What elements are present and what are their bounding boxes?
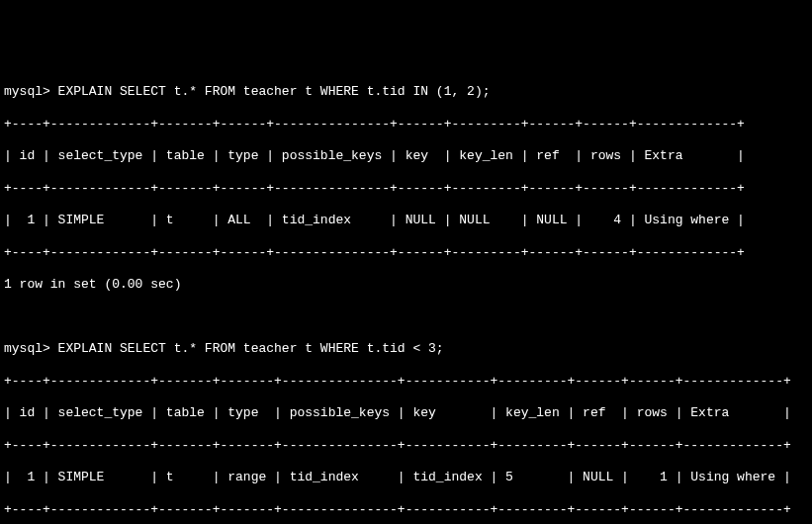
table-border: +----+-------------+-------+-------+----… (4, 374, 808, 390)
table-header: | id | select_type | table | type | poss… (4, 405, 808, 421)
table-row: | 1 | SIMPLE | t | range | tid_index | t… (4, 470, 808, 485)
table-header: | id | select_type | table | type | poss… (4, 148, 808, 164)
table-border: +----+-------------+-------+------+-----… (4, 245, 808, 261)
terminal-output: mysql> EXPLAIN SELECT t.* FROM teacher t… (4, 68, 808, 524)
table-border: +----+-------------+-------+------+-----… (4, 117, 808, 132)
table-border: +----+-------------+-------+-------+----… (4, 438, 808, 454)
query-prompt: mysql> EXPLAIN SELECT t.* FROM teacher t… (4, 341, 808, 357)
result-footer: 1 row in set (0.00 sec) (4, 277, 808, 293)
table-border: +----+-------------+-------+-------+----… (4, 502, 808, 518)
table-border: +----+-------------+-------+------+-----… (4, 181, 808, 197)
query-prompt: mysql> EXPLAIN SELECT t.* FROM teacher t… (4, 84, 808, 100)
table-row: | 1 | SIMPLE | t | ALL | tid_index | NUL… (4, 213, 808, 228)
